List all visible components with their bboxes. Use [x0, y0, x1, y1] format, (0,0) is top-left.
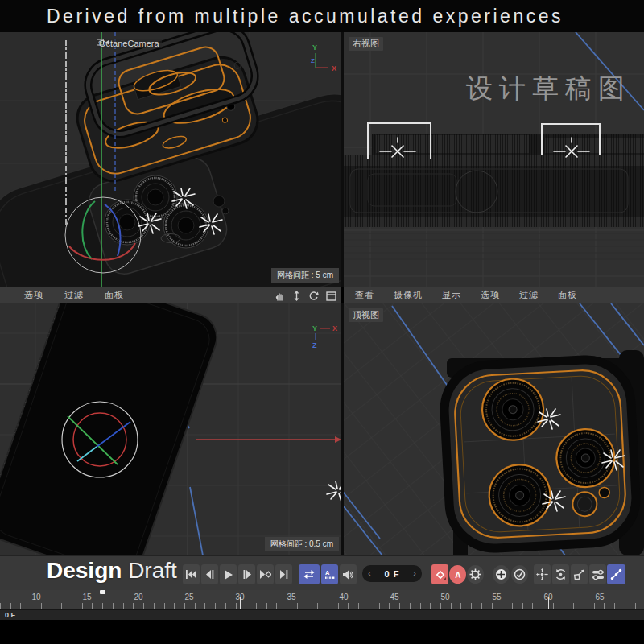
current-frame-field[interactable]: ‹ 0 F › — [362, 565, 422, 582]
pan-hand-icon[interactable] — [275, 291, 285, 301]
page-title: Derived from multiple accumulated experi… — [47, 6, 564, 27]
play-to-next-key-button[interactable] — [257, 564, 274, 584]
key-rotation-button[interactable] — [552, 564, 569, 584]
transport-controls — [183, 564, 292, 584]
playhead-bar — [2, 611, 2, 620]
loop-playback-button[interactable] — [299, 564, 320, 584]
ruler-number: 50 — [440, 592, 449, 601]
menu-options[interactable]: 选项 — [481, 289, 500, 301]
axis-gizmo: Y X Z — [311, 43, 336, 72]
playback-mode-controls: A — [299, 564, 357, 584]
keyframe-settings-button[interactable] — [467, 565, 484, 584]
ruler-marker[interactable] — [100, 590, 105, 594]
sound-button[interactable] — [340, 564, 357, 584]
autokey-display-button[interactable]: A — [321, 564, 338, 584]
watermark-light: Draft — [128, 558, 177, 583]
menu-view[interactable]: 查看 — [355, 289, 374, 301]
menu-panel[interactable]: 面板 — [105, 289, 124, 301]
zoom-arrows-icon[interactable] — [292, 291, 301, 301]
viewport-front[interactable]: Y X Z 网格间距 : 0.5 cm — [0, 303, 341, 555]
x-axis-arrow — [335, 436, 341, 443]
camera-name-label[interactable]: OctaneCamera — [97, 39, 162, 48]
ruler-number: 15 — [82, 592, 91, 601]
viewport-right-view[interactable]: 右视图 设计草稿图 — [344, 32, 644, 287]
phone-front-body[interactable] — [0, 303, 223, 555]
design-draft-watermark-cn: 设计草稿图 — [466, 71, 631, 107]
key-position-button[interactable] — [534, 564, 551, 584]
ruler-number: 20 — [134, 592, 142, 601]
axis-y-label: Y — [312, 43, 317, 52]
next-frame-button[interactable] — [238, 564, 255, 584]
menu-panel[interactable]: 面板 — [558, 289, 577, 301]
record-active-objects-button[interactable] — [493, 565, 510, 584]
design-draft-watermark-en: Design Draft — [47, 558, 177, 584]
perspective-scene: Y X Z — [0, 32, 341, 287]
axis-z-label: Z — [311, 57, 315, 64]
mic-hole — [599, 487, 610, 498]
viewport-divider[interactable] — [341, 303, 344, 555]
ruler-number: 55 — [492, 592, 501, 601]
title-banner: Derived from multiple accumulated experi… — [0, 0, 644, 32]
ruler-number: 65 — [595, 592, 604, 601]
rotate-view-icon[interactable] — [308, 291, 319, 301]
record-keyframe-button[interactable] — [431, 564, 448, 584]
ruler-number: 40 — [339, 592, 348, 601]
watermark-bold: Design — [47, 558, 122, 583]
axis-x-label: X — [332, 64, 336, 72]
autokeying-button[interactable]: A — [449, 565, 466, 584]
record-controls: A — [431, 564, 484, 584]
ruler-number: 10 — [31, 592, 40, 601]
camera-module[interactable] — [442, 357, 638, 551]
major-tick — [240, 597, 241, 609]
flash-ring — [572, 491, 598, 517]
svg-text:A: A — [455, 570, 460, 579]
keyframe-selection-button[interactable] — [511, 565, 528, 584]
ruler-number: 35 — [287, 592, 295, 601]
menu-camera[interactable]: 摄像机 — [394, 289, 423, 301]
frame-decrement[interactable]: ‹ — [368, 569, 371, 578]
view-label-right: 右视图 — [349, 37, 383, 51]
menu-options[interactable]: 选项 — [24, 289, 43, 301]
viewport-menubar-left: 选项 过滤 面板 — [0, 287, 341, 303]
ruler-ticks — [0, 603, 644, 609]
application-window: Derived from multiple accumulated experi… — [0, 0, 644, 644]
axis-gizmo: Y X Z — [312, 324, 337, 349]
grid-spacing-label: 网格间距 : 5 cm — [271, 268, 339, 283]
axis-x-label: X — [332, 324, 337, 332]
major-tick — [548, 597, 549, 609]
key-pla-button[interactable] — [607, 564, 625, 584]
viewport-menubar-right: 查看 摄像机 显示 选项 过滤 面板 — [344, 287, 644, 303]
viewport-divider[interactable] — [341, 32, 344, 287]
camera-icon — [97, 39, 109, 47]
viewport-nav-icons — [275, 287, 336, 304]
timeline-track[interactable]: 0 F — [0, 609, 644, 620]
top-view-scene — [344, 303, 644, 555]
viewport-top-view[interactable]: 顶视图 — [344, 303, 644, 555]
goto-start-button[interactable] — [183, 564, 200, 584]
menu-filter[interactable]: 过滤 — [519, 289, 539, 301]
key-parameters-button[interactable] — [589, 564, 606, 584]
pla-control — [607, 564, 625, 584]
menu-filter[interactable]: 过滤 — [64, 289, 84, 301]
ruler-number: 45 — [390, 592, 398, 601]
goto-end-button[interactable] — [275, 564, 292, 584]
play-button[interactable] — [220, 564, 237, 584]
key-toggle-controls — [493, 564, 528, 584]
prev-frame-button[interactable] — [201, 564, 218, 584]
sparkle-mark — [327, 481, 341, 502]
menu-display[interactable]: 显示 — [442, 289, 461, 301]
frame-increment[interactable]: › — [413, 569, 416, 578]
maximize-view-icon[interactable] — [326, 291, 336, 301]
svg-text:A: A — [325, 569, 330, 576]
axis-y-label: Y — [312, 324, 317, 332]
ruler-number: 25 — [184, 592, 193, 601]
key-scale-button[interactable] — [571, 564, 588, 584]
axis-z-label: Z — [312, 341, 317, 349]
timeline-ruler[interactable]: 10 15 20 25 30 35 40 45 50 55 60 65 — [0, 590, 644, 609]
grid-spacing-label: 网格间距 : 0.5 cm — [265, 537, 339, 551]
timeline-bar: Design Draft — [0, 555, 644, 590]
front-scene: Y X Z — [0, 303, 341, 555]
playhead[interactable]: 0 F — [0, 611, 15, 620]
viewport-perspective[interactable]: Y X Z OctaneCamera 网格间距 : 5 cm — [0, 32, 341, 287]
frame-value: 0 F — [385, 569, 400, 579]
